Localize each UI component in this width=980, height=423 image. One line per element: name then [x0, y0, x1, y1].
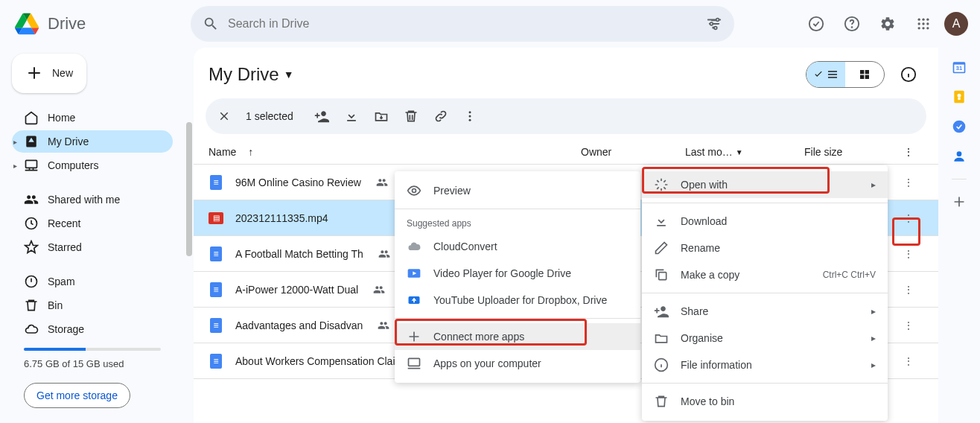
account-avatar[interactable]: A: [944, 12, 968, 36]
plus-icon: [25, 64, 43, 82]
col-size-label[interactable]: File size: [804, 146, 894, 158]
row-more-icon[interactable]: ⋮: [894, 176, 923, 188]
shared-indicator-icon: [378, 248, 390, 260]
settings-icon[interactable]: [873, 9, 903, 39]
menu-move-to-bin[interactable]: Move to bin: [642, 388, 888, 415]
logo-area: Drive: [12, 9, 185, 39]
grid-view-button[interactable]: [845, 62, 884, 87]
menu-app-videoplayer[interactable]: Video Player for Google Drive: [395, 260, 640, 287]
bin-icon: [24, 298, 39, 313]
search-bar[interactable]: [191, 6, 734, 42]
menu-apps-computer[interactable]: Apps on your computer: [395, 350, 640, 377]
menu-app-youtube-uploader[interactable]: YouTube Uploader for Dropbox, Drive: [395, 287, 640, 314]
row-more-icon[interactable]: ⋮: [894, 248, 923, 260]
contacts-app-icon[interactable]: [952, 149, 967, 164]
row-more-icon[interactable]: ⋮: [894, 284, 923, 296]
get-storage-button[interactable]: Get more storage: [24, 383, 130, 408]
view-toggle[interactable]: [806, 61, 885, 88]
menu-file-info[interactable]: File information ▸: [642, 352, 888, 378]
file-name-text: A-iPower 12000-Watt Dual: [235, 284, 358, 296]
calendar-app-icon[interactable]: 31: [952, 60, 967, 74]
row-more-icon[interactable]: ⋮: [894, 355, 923, 367]
apps-grid-icon[interactable]: [909, 9, 938, 39]
nav-storage[interactable]: Storage: [12, 318, 173, 340]
col-owner-label[interactable]: Owner: [581, 146, 685, 158]
nav-spam[interactable]: Spam: [12, 270, 173, 293]
menu-rename[interactable]: Rename: [642, 235, 888, 261]
svg-rect-39: [659, 273, 666, 280]
col-name-label[interactable]: Name: [209, 146, 236, 158]
svg-point-0: [716, 19, 719, 22]
offline-ready-icon[interactable]: [801, 9, 831, 39]
doc-file-icon: ≡: [209, 354, 223, 369]
download-action-icon[interactable]: [344, 109, 359, 124]
move-action-icon[interactable]: [374, 109, 389, 124]
help-icon[interactable]: [837, 9, 867, 39]
nav-my-drive[interactable]: ▸ My Drive: [12, 130, 173, 153]
nav-shared[interactable]: Shared with me: [12, 188, 173, 211]
expand-icon[interactable]: ▸: [13, 138, 17, 146]
sidebar-scrollbar[interactable]: [185, 48, 194, 423]
drive-logo-icon: [12, 9, 42, 39]
svg-rect-18: [860, 70, 864, 74]
menu-download[interactable]: Download: [642, 208, 888, 235]
menu-label: Move to bin: [681, 395, 734, 407]
menu-make-copy[interactable]: Make a copy Ctrl+C Ctrl+V: [642, 261, 888, 288]
sort-asc-icon[interactable]: ↑: [248, 146, 253, 158]
close-selection-icon[interactable]: [217, 109, 231, 123]
menu-organise[interactable]: Organise ▸: [642, 325, 888, 352]
search-options-icon[interactable]: [706, 16, 722, 32]
nav-computers[interactable]: ▸ Computers: [12, 154, 173, 176]
expand-icon[interactable]: ▸: [13, 162, 17, 170]
svg-point-2: [714, 27, 717, 30]
menu-share[interactable]: Share ▸: [642, 298, 888, 325]
nav-label: Starred: [48, 241, 82, 253]
breadcrumb[interactable]: My Drive ▼: [209, 64, 294, 85]
svg-rect-15: [26, 161, 37, 168]
info-icon[interactable]: [894, 60, 923, 89]
menu-preview[interactable]: Preview: [395, 177, 640, 204]
add-addon-icon[interactable]: [952, 194, 967, 209]
col-modified-label[interactable]: Last mo…▼: [685, 146, 804, 158]
side-panel: 31: [938, 48, 980, 423]
shared-indicator-icon: [378, 319, 389, 331]
delete-action-icon[interactable]: [404, 109, 419, 124]
col-menu-icon[interactable]: ⋮: [894, 146, 923, 158]
nav-label: My Drive: [48, 136, 89, 147]
svg-point-35: [413, 189, 416, 193]
tasks-app-icon[interactable]: [952, 119, 967, 134]
nav-starred[interactable]: Starred: [12, 236, 173, 258]
svg-point-24: [468, 115, 471, 118]
nav-label: Recent: [48, 217, 80, 229]
nav-recent[interactable]: Recent: [12, 212, 173, 235]
menu-label: File information: [681, 359, 752, 371]
file-name-text: A Football Match Betting Th: [235, 248, 363, 260]
svg-point-5: [852, 27, 853, 28]
menu-label: Apps on your computer: [433, 357, 541, 369]
search-input[interactable]: [228, 17, 697, 31]
file-name-text: Aadvantages and Disadvan: [235, 319, 363, 331]
menu-connect-apps[interactable]: Connect more apps: [395, 323, 640, 350]
svg-point-33: [953, 121, 966, 133]
row-more-icon[interactable]: ⋮: [894, 212, 923, 224]
menu-label: Video Player for Google Drive: [433, 267, 571, 279]
nav-bin[interactable]: Bin: [12, 294, 173, 317]
more-action-icon[interactable]: [463, 109, 477, 123]
menu-open-with[interactable]: Open with ▸: [642, 171, 888, 198]
video-file-icon: ▤: [209, 211, 223, 226]
svg-point-31: [958, 94, 961, 98]
list-view-button[interactable]: [806, 62, 845, 87]
link-action-icon[interactable]: [433, 109, 448, 124]
menu-label: Rename: [681, 242, 720, 254]
row-more-icon[interactable]: ⋮: [894, 319, 923, 331]
star-icon: [24, 240, 39, 255]
new-button[interactable]: New: [12, 54, 86, 93]
svg-point-34: [957, 151, 962, 156]
doc-file-icon: ≡: [209, 318, 223, 333]
share-action-icon[interactable]: [314, 109, 329, 124]
submenu-arrow-icon: ▸: [871, 306, 876, 317]
menu-app-cloudconvert[interactable]: CloudConvert: [395, 233, 640, 260]
nav-label: Storage: [48, 323, 84, 335]
nav-home[interactable]: Home: [12, 106, 173, 129]
keep-app-icon[interactable]: [952, 89, 967, 104]
